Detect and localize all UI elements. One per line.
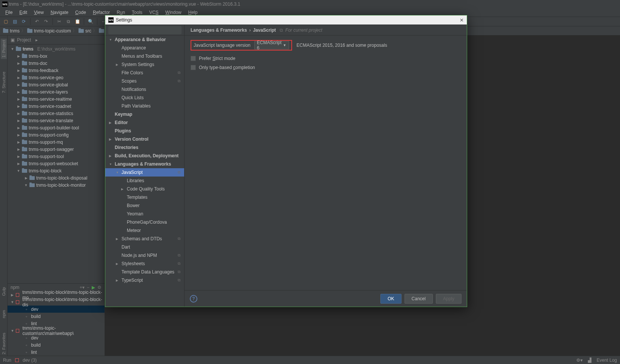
lock-icon[interactable]: ▟ (588, 358, 591, 363)
type-completion-checkbox[interactable] (191, 65, 196, 70)
strict-mode-checkbox[interactable] (191, 56, 196, 61)
help-icon[interactable]: ? (190, 295, 197, 303)
chevron-right-icon[interactable]: ▶ (109, 121, 112, 124)
settings-cat-menus-and-toolbars[interactable]: Menus and Toolbars (105, 52, 184, 60)
tree-item[interactable]: ▶tnms-service-layers (8, 88, 105, 95)
stop-icon[interactable] (15, 358, 19, 362)
settings-cat-path-variables[interactable]: Path Variables (105, 102, 184, 110)
cut-icon[interactable]: ✂ (56, 18, 63, 25)
tree-item[interactable]: ▶tnms-support-mq (8, 138, 105, 146)
settings-cat-appearance[interactable]: Appearance (105, 44, 184, 52)
settings-cat-quick-lists[interactable]: Quick Lists (105, 94, 184, 102)
settings-search-input[interactable] (108, 26, 182, 34)
chevron-right-icon[interactable]: ▶ (24, 176, 28, 180)
redo-icon[interactable]: ↷ (43, 18, 49, 25)
chevron-right-icon[interactable]: ▶ (116, 279, 119, 282)
chevron-down-icon[interactable]: ▼ (11, 329, 14, 333)
ok-button[interactable]: OK (380, 294, 401, 304)
chevron-down-icon[interactable]: ▼ (11, 47, 14, 51)
npm-script-group[interactable]: ▼tnms\tnms-topic-custom\src\main\webapp\ (8, 327, 105, 334)
chevron-right-icon[interactable]: ▶ (17, 112, 20, 115)
chevron-down-icon[interactable]: ▼ (116, 171, 119, 174)
menu-edit[interactable]: Edit (16, 9, 30, 16)
chevron-right-icon[interactable]: ▶ (17, 61, 20, 65)
close-icon[interactable]: ✕ (460, 17, 464, 23)
settings-cat-libraries[interactable]: Libraries (105, 177, 184, 185)
menu-view[interactable]: View (31, 9, 47, 16)
chevron-right-icon[interactable]: ▶ (109, 138, 112, 141)
tree-item[interactable]: ▶tnms-service-geo (8, 74, 105, 81)
settings-cat-typescript[interactable]: ▶TypeScript⧉ (105, 276, 184, 284)
chevron-right-icon[interactable]: ▶ (17, 155, 20, 158)
settings-cat-keymap[interactable]: Keymap (105, 110, 184, 118)
apply-button[interactable]: Apply (436, 294, 462, 304)
status-dev[interactable]: dev (3) (23, 358, 37, 363)
settings-cat-editor[interactable]: ▶Editor (105, 118, 184, 127)
event-log[interactable]: Event Log (597, 358, 617, 363)
status-run[interactable]: Run (3, 358, 11, 363)
chevron-right-icon[interactable]: ▶ (17, 90, 20, 94)
chevron-right-icon[interactable]: ▶ (109, 154, 112, 158)
chevron-right-icon[interactable]: ▶ (116, 262, 119, 266)
tree-item[interactable]: ▶tnms-service-global (8, 81, 105, 88)
tree-item[interactable]: ▶tnms-support-websocket (8, 160, 105, 167)
chevron-right-icon[interactable]: ▶ (17, 83, 20, 87)
tab-npm[interactable]: npm (1, 309, 7, 319)
chevron-down-icon[interactable]: ▼ (17, 169, 20, 173)
settings-cat-plugins[interactable]: Plugins (105, 127, 184, 135)
settings-cat-phonegap-cordova[interactable]: PhoneGap/Cordova (105, 218, 184, 226)
bc-item-tnms-topic-custom[interactable]: tnms-topic-custom (27, 28, 71, 34)
settings-cat-templates[interactable]: Templates (105, 193, 184, 201)
settings-cat-scopes[interactable]: Scopes⧉ (105, 77, 184, 85)
project-view-icon[interactable]: ▣ (11, 37, 15, 43)
settings-cat-meteor[interactable]: Meteor (105, 226, 184, 235)
tab-structure[interactable]: 7: Structure (1, 70, 7, 95)
chevron-right-icon[interactable]: ▶ (17, 133, 20, 137)
tree-item[interactable]: ▶tnms-service-translate (8, 117, 105, 124)
chevron-down-icon[interactable]: ▼ (11, 300, 14, 304)
settings-cat-notifications[interactable]: Notifications (105, 85, 184, 94)
chevron-right-icon[interactable]: ▶ (17, 119, 20, 123)
settings-cat-bower[interactable]: Bower (105, 201, 184, 210)
settings-cat-appearance-behavior[interactable]: ▼Appearance & Behavior (105, 35, 184, 44)
npm-task[interactable]: ◦build (8, 341, 105, 349)
chevron-right-icon[interactable]: ▶ (116, 63, 119, 66)
undo-icon[interactable]: ↶ (34, 18, 40, 25)
settings-cat-version-control[interactable]: ▶Version Control (105, 135, 184, 143)
settings-cat-template-data-languages[interactable]: Template Data Languages⧉ (105, 268, 184, 276)
npm-task[interactable]: ◦build (8, 313, 105, 320)
tree-item[interactable]: ▶tnms-support-builder-tool (8, 124, 105, 131)
tree-item[interactable]: ▶tnms-support-swagger (8, 146, 105, 153)
npm-task[interactable]: ◦lint (8, 349, 105, 356)
chevron-down-icon[interactable]: ▼ (109, 163, 112, 166)
tree-root[interactable]: ▼ tnms E:\hdsx_work\tnms (8, 45, 105, 52)
settings-cat-dart[interactable]: Dart (105, 243, 184, 251)
settings-cat-file-colors[interactable]: File Colors⧉ (105, 69, 184, 77)
settings-cat-code-quality-tools[interactable]: ▶Code Quality Tools (105, 185, 184, 193)
chevron-right-icon[interactable]: ▸ (35, 37, 38, 43)
chevron-right-icon[interactable]: ▶ (17, 54, 20, 58)
menu-navigate[interactable]: Navigate (48, 9, 71, 16)
chevron-down-icon[interactable]: ▼ (109, 38, 112, 41)
chevron-right-icon[interactable]: ▶ (17, 97, 20, 101)
settings-cat-directories[interactable]: Directories (105, 143, 184, 152)
cancel-button[interactable]: Cancel (405, 294, 433, 304)
copy-icon[interactable]: ⧉ (65, 18, 72, 25)
save-all-icon[interactable]: ▤ (11, 18, 18, 25)
tree-item[interactable]: ▶tnms-box (8, 52, 105, 60)
bc-item-src[interactable]: src (78, 28, 91, 34)
chevron-right-icon[interactable]: ▶ (17, 140, 20, 144)
lang-version-dropdown[interactable]: ECMAScript 6 ▼ (254, 41, 289, 49)
gear-icon[interactable]: ⚙▾ (576, 358, 583, 363)
tree-item[interactable]: ▶ tnms-topic-block-disposal (8, 174, 105, 181)
project-tree[interactable]: ▼ tnms E:\hdsx_work\tnms ▶tnms-box▶tnms-… (8, 45, 105, 283)
menu-file[interactable]: File (2, 9, 15, 16)
find-icon[interactable]: 🔍 (87, 18, 94, 25)
settings-cat-languages-frameworks[interactable]: ▼Languages & Frameworks (105, 160, 184, 168)
tree-item[interactable]: ▶tnms-support-config (8, 131, 105, 138)
npm-script-group[interactable]: ▼tnms\tnms-topic-block\tnms-topic-block-… (8, 298, 105, 306)
settings-cat-system-settings[interactable]: ▶System Settings (105, 60, 184, 69)
settings-category-tree[interactable]: ▼Appearance & BehaviorAppearanceMenus an… (105, 35, 184, 307)
tree-item[interactable]: ▼ tnms-topic-block (8, 167, 105, 174)
settings-cat-build-execution-deployment[interactable]: ▶Build, Execution, Deployment (105, 152, 184, 160)
